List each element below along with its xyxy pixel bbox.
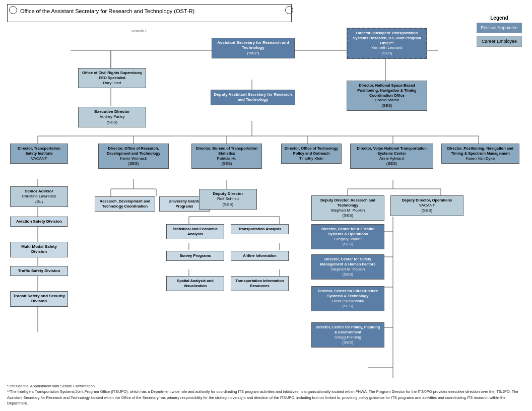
stat-econ-box: Statistical and Economic Analysis bbox=[166, 224, 224, 239]
as-title: Assistant Secretary for Research and Tec… bbox=[215, 40, 292, 51]
nspb-director-box: Director, National Space-Based Positioni… bbox=[347, 81, 427, 111]
pnt-director-box: Director, Positioning, Navigation and Ti… bbox=[441, 144, 519, 164]
civil-rights-box: Office of Civil Rights Supervisory EEO S… bbox=[78, 68, 146, 88]
tpo-title: Director, Office of Technology Policy an… bbox=[284, 146, 339, 156]
sa-grade: (SL) bbox=[13, 199, 65, 204]
vat-grade: (SES) bbox=[314, 242, 381, 247]
volpe-policy-box: Director, Center for Policy, Planning & … bbox=[311, 322, 384, 348]
bts-grade: (SES) bbox=[194, 161, 259, 166]
das-title: Deputy Assistant Secretary for Research … bbox=[214, 92, 292, 103]
volpe-dep-ops-box: Deputy Director, Operations VACANT (SES) bbox=[390, 195, 463, 216]
ed-name: Audrey Farley bbox=[81, 114, 143, 119]
vdrt-grade: (SES) bbox=[314, 213, 381, 218]
footnotes-area: * Presidential Appointment with Senate C… bbox=[7, 383, 525, 406]
rdt-coord-box: Research, Development and Technology Coo… bbox=[95, 196, 155, 212]
mm-title: Multi-Modal Safety Division bbox=[13, 244, 65, 255]
legend-career: Career Employee bbox=[477, 36, 522, 47]
trans-info-box: Transportation Information Resources bbox=[231, 276, 289, 291]
multimodal-safety-box: Multi-Modal Safety Division bbox=[10, 242, 68, 257]
its-name: Kenneth Leonard bbox=[350, 45, 424, 50]
volpe-dep-rt-box: Deputy Director, Research and Technology… bbox=[311, 195, 384, 221]
page: Office of the Assistant Secretary for Re… bbox=[0, 0, 532, 411]
tpo-name: Timothy Klein bbox=[284, 156, 339, 161]
nspb-grade: (SES) bbox=[350, 103, 424, 108]
vat-title: Director, Center for Air Traffic Systems… bbox=[314, 227, 381, 237]
cr-title: Office of Civil Rights Supervisory EEO S… bbox=[81, 71, 143, 81]
volpe-safety-box: Director, Center for Safety Management &… bbox=[311, 254, 384, 280]
vs-name: Stephen M. Popkin bbox=[314, 267, 381, 272]
aviation-safety-box: Aviation Safety Division bbox=[10, 217, 68, 227]
as-subtitle: (PAS*) bbox=[215, 51, 292, 56]
vi-name: Luisa Paiewonsky bbox=[314, 299, 381, 304]
legend-political: Political Appointee bbox=[477, 23, 522, 33]
its-director-box: Director, Intelligent Transportation Sys… bbox=[347, 28, 427, 59]
title-circle-right bbox=[285, 6, 293, 14]
av-title: Aviation Safety Division bbox=[13, 219, 65, 224]
ed-grade: (SES) bbox=[81, 120, 143, 125]
bts-dep-title: Deputy Director bbox=[202, 191, 254, 196]
vdops-name: VACANT bbox=[393, 203, 460, 208]
assistant-secretary-box: Assistant Secretary for Research and Tec… bbox=[212, 38, 295, 58]
survey-programs-box: Survey Programs bbox=[166, 251, 224, 261]
date-label: 1/20/2017 bbox=[131, 29, 147, 33]
sa-name: Christine Lawrence bbox=[13, 194, 65, 199]
tsi-name: VACANT bbox=[13, 156, 65, 161]
bts-title: Director, Bureau of Transportation Stati… bbox=[194, 146, 259, 156]
vi-grade: (SES) bbox=[314, 304, 381, 309]
spatial-analysis-box: Spatial Analysis and Visualization bbox=[166, 276, 224, 291]
bts-deputy-box: Deputy Director Rolf Schmitt (SES) bbox=[199, 189, 257, 210]
vat-name: Gregory Joyner bbox=[314, 237, 381, 242]
legend-area: Legend Political Appointee Career Employ… bbox=[477, 15, 522, 50]
spatial-title: Spatial Analysis and Visualization bbox=[169, 279, 221, 289]
traffic-safety-box: Traffic Safety Division bbox=[10, 266, 68, 276]
vdops-grade: (SES) bbox=[393, 208, 460, 213]
volpe-grade: (SES) bbox=[353, 161, 430, 166]
ta-title: Transportation Analysis bbox=[234, 227, 286, 232]
vi-title: Director, Center for Infrastructure Syst… bbox=[314, 289, 381, 299]
vdops-title: Deputy Director, Operations bbox=[393, 198, 460, 203]
cr-name: Daryl Hart bbox=[81, 81, 143, 86]
legend-title: Legend bbox=[477, 15, 522, 21]
vdrt-name: Stephen M. Popkin bbox=[314, 208, 381, 213]
title-circle-left bbox=[9, 6, 17, 14]
exec-director-box: Executive Director Audrey Farley (SES) bbox=[78, 107, 146, 127]
rdt-title: Director, Office of Research, Developmen… bbox=[101, 146, 166, 156]
vp-grade: (SES) bbox=[314, 340, 381, 345]
trans-analysis-box: Transportation Analysis bbox=[231, 224, 289, 234]
deputy-as-box: Deputy Assistant Secretary for Research … bbox=[211, 90, 295, 105]
rdt-name: Kevin Womack bbox=[101, 156, 166, 161]
tsi-title: Director, Transportation Safety Institut… bbox=[13, 146, 65, 156]
nspb-title: Director, National Space-Based Positioni… bbox=[350, 83, 424, 98]
ts-title: Traffic Safety Division bbox=[13, 268, 65, 273]
bts-dep-grade: (SES) bbox=[202, 202, 254, 207]
volpe-infra-box: Director, Center for Infrastructure Syst… bbox=[311, 286, 384, 311]
page-title: Office of the Assistant Secretary for Re… bbox=[20, 8, 194, 14]
tpo-director-box: Director, Office of Technology Policy an… bbox=[281, 144, 342, 164]
tt-title: Transit Safety and Security Division bbox=[13, 294, 65, 304]
footnote-2: **The Intelligent Transportation Systems… bbox=[7, 389, 525, 406]
pnt-title: Director, Positioning, Navigation and Ti… bbox=[444, 146, 516, 156]
ti-title: Transportation Information Resources bbox=[234, 279, 286, 289]
volpe-air-traffic-box: Director, Center for Air Traffic Systems… bbox=[311, 224, 384, 249]
volpe-director-box: Director, Volpe National Transportation … bbox=[350, 144, 433, 169]
rdt-director-box: Director, Office of Research, Developmen… bbox=[98, 144, 169, 169]
tsi-director-box: Director, Transportation Safety Institut… bbox=[10, 144, 68, 164]
volpe-title: Director, Volpe National Transportation … bbox=[353, 146, 430, 156]
its-title: Director, Intelligent Transportation Sys… bbox=[350, 31, 424, 45]
sp-title: Survey Programs bbox=[169, 253, 221, 258]
vs-grade: (SES) bbox=[314, 272, 381, 277]
sa-title: Senior Advisor bbox=[13, 189, 65, 194]
vs-title: Director, Center for Safety Management &… bbox=[314, 257, 381, 267]
airline-info-box: Airline Information bbox=[231, 251, 289, 261]
vp-title: Director, Center for Policy, Planning & … bbox=[314, 325, 381, 335]
bts-name: Patricia Hu bbox=[194, 156, 259, 161]
vdrt-title: Deputy Director, Research and Technology bbox=[314, 198, 381, 208]
footnote-1: * Presidential Appointment with Senate C… bbox=[7, 383, 525, 389]
transit-safety-box: Transit Safety and Security Division bbox=[10, 291, 68, 307]
ed-title: Executive Director bbox=[81, 109, 143, 114]
se-title: Statistical and Economic Analysis bbox=[169, 227, 221, 237]
rdt-grade: (SES) bbox=[101, 161, 166, 166]
senior-advisor-box: Senior Advisor Christine Lawrence (SL) bbox=[10, 186, 68, 207]
bts-director-box: Director, Bureau of Transportation Stati… bbox=[191, 144, 262, 169]
ai-title: Airline Information bbox=[234, 253, 286, 258]
